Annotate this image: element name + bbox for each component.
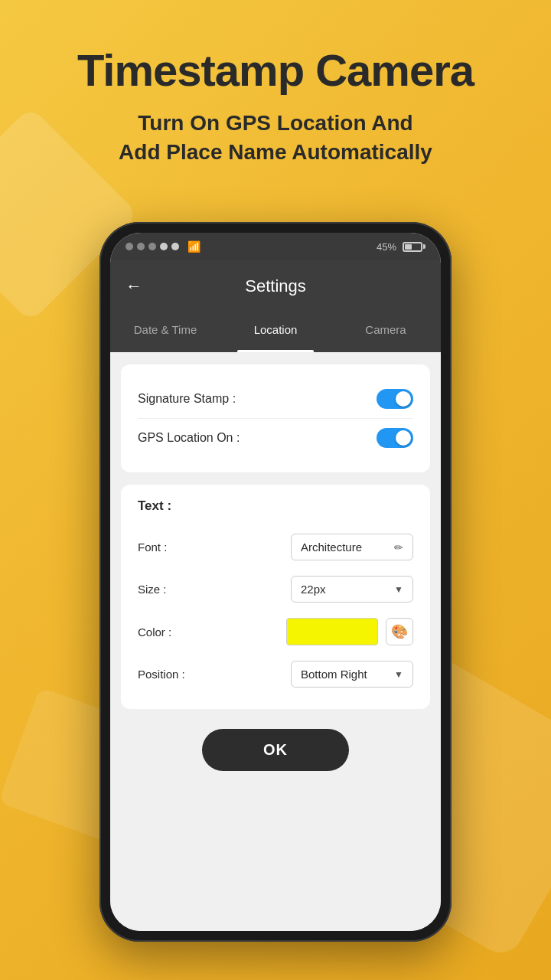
signature-stamp-label: Signature Stamp : [138,392,236,406]
gps-location-row: GPS Location On : [138,419,413,457]
position-selector[interactable]: Bottom Right ▼ [291,661,413,688]
font-selector[interactable]: Architecture ✏ [291,534,413,560]
color-controls: 🎨 [286,618,413,645]
text-section: Text : Font : Architecture ✏ Size : 22 [121,485,430,709]
tab-bar: Date & Time Location Camera [110,312,441,352]
size-value: 22px [301,583,326,596]
gps-location-label: GPS Location On : [138,431,240,445]
size-row: Size : 22px ▼ [138,568,413,610]
status-right: 45% [377,241,425,253]
subtitle-line2: Add Place Name Automatically [119,140,432,164]
position-row: Position : Bottom Right ▼ [138,653,413,695]
signature-stamp-toggle[interactable] [377,389,413,409]
palette-icon: 🎨 [391,623,408,640]
signal-dots: 📶 [126,240,201,253]
size-dropdown-icon: ▼ [394,584,403,595]
battery-fill [405,244,412,250]
dot-5 [171,243,179,250]
tab-camera[interactable]: Camera [331,312,441,352]
dot-4 [160,243,168,250]
app-bar: ← Settings [110,260,441,312]
phone-wrapper: 📶 45% ← Settings [99,222,452,942]
dot-3 [148,243,156,250]
edit-icon: ✏ [394,541,403,554]
status-bar: 📶 45% [110,233,441,260]
subtitle-line1: Turn On GPS Location And [138,111,412,135]
settings-card: Signature Stamp : GPS Location On : [121,364,430,472]
header-area: Timestamp Camera Turn On GPS Location An… [0,31,551,181]
phone-outer: 📶 45% ← Settings [99,222,452,942]
back-button[interactable]: ← [126,276,142,296]
battery-body [403,242,422,252]
dot-1 [126,243,133,250]
app-title: Timestamp Camera [15,46,536,95]
ok-button[interactable]: OK [202,729,349,771]
tab-location[interactable]: Location [220,312,331,352]
content-area: Signature Stamp : GPS Location On : Text… [110,352,441,931]
signature-stamp-row: Signature Stamp : [138,380,413,419]
gps-location-toggle[interactable] [377,428,413,448]
text-section-title: Text : [138,498,413,514]
palette-button[interactable]: 🎨 [386,618,413,645]
color-swatch[interactable] [286,618,378,645]
battery-icon [403,242,425,252]
size-label: Size : [138,583,199,596]
phone-screen: 📶 45% ← Settings [110,233,441,931]
battery-tip [423,244,425,249]
dot-2 [137,243,145,250]
tab-date-time[interactable]: Date & Time [110,312,220,352]
screen-title: Settings [245,276,306,296]
position-value: Bottom Right [301,668,367,681]
app-subtitle: Turn On GPS Location And Add Place Name … [15,109,536,167]
battery-percent: 45% [377,241,396,253]
size-selector[interactable]: 22px ▼ [291,576,413,603]
position-dropdown-icon: ▼ [394,669,403,680]
font-label: Font : [138,541,199,554]
ok-button-container: OK [110,721,441,786]
font-value: Architecture [301,541,362,554]
position-label: Position : [138,668,199,681]
color-label: Color : [138,626,199,639]
font-row: Font : Architecture ✏ [138,526,413,568]
wifi-icon: 📶 [187,240,201,253]
color-row: Color : 🎨 [138,610,413,653]
